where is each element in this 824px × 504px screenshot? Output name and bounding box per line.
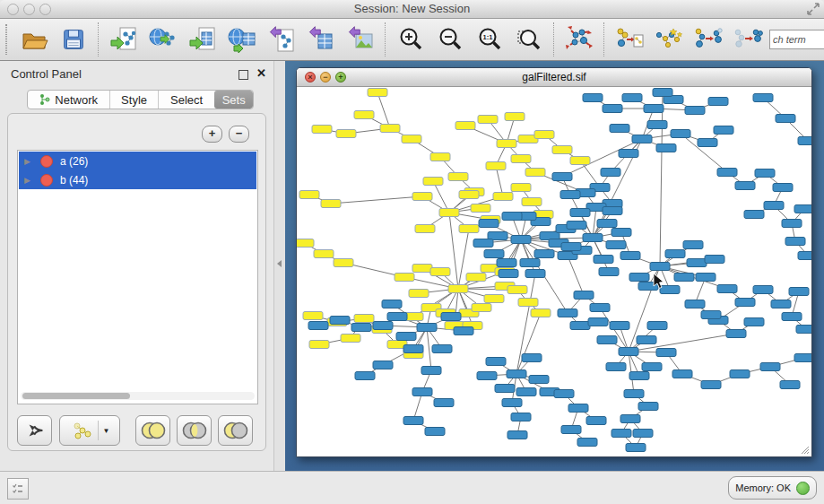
network-graph[interactable] [297,87,811,456]
apply-preferred-layout-button[interactable] [559,21,599,58]
import-table-url-button[interactable] [222,21,262,58]
set-color-icon [40,155,53,168]
zoom-selected-region-button[interactable] [509,21,549,58]
hide-selected-icon [693,24,724,55]
tab-sets[interactable]: Sets [214,91,253,109]
window-titlebar[interactable]: Session: New Session [0,0,824,19]
tab-sets-label: Sets [222,93,246,107]
save-session-button[interactable] [54,21,93,58]
import-table-file-icon [188,25,217,54]
toolbar-separator [553,22,555,56]
toolbar-separator [385,22,386,56]
export-image-button[interactable] [341,21,380,58]
import-network-url-icon [149,25,178,54]
union-venn-icon [140,421,167,440]
fullscreen-icon[interactable] [807,3,820,15]
intersection-sets-button[interactable] [177,415,212,446]
expand-triangle-icon[interactable]: ▶ [24,176,33,185]
zoom-actual-size-icon: 1:1 [476,26,503,53]
export-network-icon [267,25,296,54]
show-all-icon [733,24,763,55]
collapse-panel-icon[interactable] [277,260,282,267]
export-table-button[interactable] [301,21,341,58]
select-first-neighbors-button[interactable] [649,21,689,58]
toolbar-drag-handle[interactable] [5,24,7,55]
show-all-button[interactable] [728,21,768,58]
zoom-out-icon [437,26,464,53]
import-network-url-button[interactable] [143,21,183,58]
frame-minimize-icon[interactable]: − [320,72,331,83]
task-list-icon [12,482,24,495]
create-set-menu-button[interactable]: ▼ [59,415,120,446]
export-image-icon [346,25,375,54]
status-bar: Memory: OK [0,471,824,504]
control-panel-title: Control Panel [11,67,82,81]
tab-style-label: Style [121,93,147,107]
search-input[interactable] [769,30,824,49]
import-network-file-icon [109,25,138,54]
tab-style[interactable]: Style [109,91,158,109]
zoom-actual-size-button[interactable]: 1:1 [470,21,509,58]
memory-status-button[interactable]: Memory: OK [728,476,817,500]
toolbar-separator [98,22,100,56]
dropdown-arrow-icon[interactable]: ▼ [103,427,110,435]
difference-sets-button[interactable] [218,415,253,446]
set-color-icon [40,174,53,187]
difference-venn-icon [222,421,249,440]
add-set-button[interactable]: + [202,126,222,143]
close-window-icon[interactable] [7,4,19,15]
tab-select[interactable]: Select [158,91,215,109]
frame-close-icon[interactable]: × [305,72,316,83]
remove-set-button[interactable]: − [229,126,249,143]
tab-network[interactable]: Network [28,91,109,109]
network-tab-icon [39,93,50,106]
open-session-button[interactable] [14,21,54,58]
resize-grip[interactable] [802,447,809,454]
zoom-window-icon[interactable] [39,4,51,15]
memory-status-label: Memory: OK [735,482,791,493]
main-toolbar: 1:1 [0,19,824,61]
network-window-titlebar[interactable]: × − + galFiltered.sif [297,68,811,87]
open-folder-icon [20,25,48,54]
scrollbar-thumb[interactable] [22,393,130,399]
float-panel-icon[interactable] [239,70,248,80]
import-network-file-button[interactable] [104,21,143,58]
close-panel-icon[interactable]: ✕ [256,66,266,80]
button-divider [98,421,99,440]
export-table-icon [307,25,335,54]
export-network-button[interactable] [262,21,301,58]
import-table-file-button[interactable] [183,21,222,58]
panel-splitter[interactable] [273,61,285,471]
import-table-url-icon [228,25,256,54]
zoom-selected-region-icon [516,26,542,53]
control-panel-tabs: Network Style Select Sets [27,90,254,109]
set-row-a[interactable]: ▶ a (26) [19,152,256,170]
new-network-from-selection-button[interactable] [610,21,649,58]
intersection-venn-icon [181,421,208,440]
union-sets-button[interactable] [135,415,170,446]
first-neighbors-icon [654,24,684,55]
network-from-selection-icon [614,24,645,55]
frame-maximize-icon[interactable]: + [335,72,346,83]
task-history-button[interactable] [7,478,29,500]
zoom-out-button[interactable] [430,21,470,58]
set-row-b[interactable]: ▶ b (44) [19,170,256,189]
expand-triangle-icon[interactable]: ▶ [24,157,33,166]
zoom-in-button[interactable] [391,21,430,58]
set-label: a (26) [60,155,88,168]
network-window[interactable]: × − + galFiltered.sif [296,67,812,457]
set-label: b (44) [60,174,88,187]
zoom-actual-label: 1:1 [483,33,493,41]
sets-panel: + − ▶ a (26) ▶ b (44) [7,113,266,451]
window-title: Session: New Session [0,0,824,18]
save-floppy-icon [60,26,87,53]
split-arrows-icon [25,421,45,440]
horizontal-scrollbar[interactable] [21,392,255,400]
sets-list[interactable]: ▶ a (26) ▶ b (44) [17,150,258,404]
network-window-title: galFiltered.sif [297,68,811,86]
apply-layout-icon [564,24,594,55]
hide-selected-button[interactable] [689,21,728,58]
split-set-button[interactable] [17,415,52,446]
network-desktop: × − + galFiltered.sif [285,61,824,471]
minimize-window-icon[interactable] [23,4,35,15]
